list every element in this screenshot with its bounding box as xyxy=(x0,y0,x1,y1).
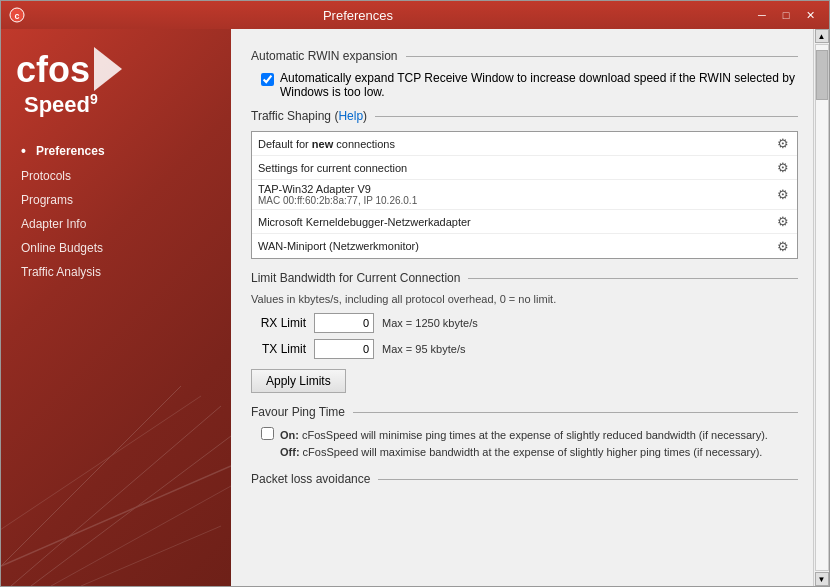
scroll-thumb[interactable] xyxy=(816,50,828,100)
shaping-row-default[interactable]: Default for new connections ⚙ xyxy=(252,132,797,156)
rx-input[interactable] xyxy=(314,313,374,333)
logo-area: cfos Speed9 xyxy=(1,39,231,138)
shaping-header-text: Traffic Shaping (Help) xyxy=(251,109,367,123)
ping-section-header: Favour Ping Time xyxy=(251,405,798,419)
main-panel: Automatic RWIN expansion Automatically e… xyxy=(231,29,813,586)
rwin-checkbox-row: Automatically expand TCP Receive Window … xyxy=(261,71,798,99)
packet-header-line xyxy=(378,479,798,480)
ping-section: Favour Ping Time On: cFosSpeed will mini… xyxy=(251,405,798,460)
shaping-row-kerneldebugger-text: Microsoft Kerneldebugger-Netzwerkadapter xyxy=(258,216,775,228)
window-controls: ─ □ ✕ xyxy=(751,6,821,24)
shaping-row-default-gear-icon[interactable]: ⚙ xyxy=(775,136,791,152)
svg-line-8 xyxy=(81,526,221,586)
sidebar-item-adapter-info[interactable]: Adapter Info xyxy=(1,212,231,236)
shaping-row-kerneldebugger-gear-icon[interactable]: ⚙ xyxy=(775,214,791,230)
logo-speed: Speed9 xyxy=(16,91,216,118)
tx-max: Max = 95 kbyte/s xyxy=(382,343,465,355)
tx-input[interactable] xyxy=(314,339,374,359)
bw-desc: Values in kbytes/s, including all protoc… xyxy=(251,293,798,305)
rwin-section-header: Automatic RWIN expansion xyxy=(251,49,798,63)
shaping-header-line xyxy=(375,116,798,117)
logo-speed-text: Speed xyxy=(24,92,90,117)
shaping-help-link[interactable]: Help xyxy=(338,109,363,123)
shaping-section-header: Traffic Shaping (Help) xyxy=(251,109,798,123)
rx-row: RX Limit Max = 1250 kbyte/s xyxy=(251,313,798,333)
packet-header-text: Packet loss avoidance xyxy=(251,472,370,486)
svg-text:c: c xyxy=(14,11,19,21)
sidebar-item-adapter-info-label: Adapter Info xyxy=(21,217,86,231)
apply-limits-button[interactable]: Apply Limits xyxy=(251,369,346,393)
svg-line-3 xyxy=(31,436,231,586)
main-window: c Preferences ─ □ ✕ cfos Speed9 xyxy=(0,0,830,587)
logo-version: 9 xyxy=(90,91,98,107)
ping-checkbox-row: On: cFosSpeed will minimise ping times a… xyxy=(261,427,798,460)
minimize-button[interactable]: ─ xyxy=(751,6,773,24)
shaping-row-kerneldebugger[interactable]: Microsoft Kerneldebugger-Netzwerkadapter… xyxy=(252,210,797,234)
ping-on-text: cFosSpeed will minimise ping times at th… xyxy=(302,429,768,441)
ping-checkbox[interactable] xyxy=(261,427,274,440)
packet-loss-section: Packet loss avoidance xyxy=(251,472,798,486)
logo-arrow-icon xyxy=(94,47,122,91)
shaping-table: Default for new connections ⚙ Settings f… xyxy=(251,131,798,259)
sidebar-decoration xyxy=(1,386,231,586)
logo: cfos xyxy=(16,49,216,91)
rwin-checkbox-label: Automatically expand TCP Receive Window … xyxy=(280,71,798,99)
sidebar-item-protocols-label: Protocols xyxy=(21,169,71,183)
scroll-up-arrow[interactable]: ▲ xyxy=(815,29,829,43)
ping-text: On: cFosSpeed will minimise ping times a… xyxy=(280,427,768,460)
sidebar-item-programs-label: Programs xyxy=(21,193,73,207)
sidebar-item-protocols[interactable]: Protocols xyxy=(1,164,231,188)
title-bar: c Preferences ─ □ ✕ xyxy=(1,1,829,29)
shaping-row-current-text: Settings for current connection xyxy=(258,162,775,174)
shaping-row-wan-gear-icon[interactable]: ⚙ xyxy=(775,238,791,254)
shaping-row-default-text: Default for new connections xyxy=(258,138,775,150)
sidebar-item-preferences[interactable]: Preferences xyxy=(1,138,231,164)
rwin-header-text: Automatic RWIN expansion xyxy=(251,49,398,63)
logo-cfos-text: cfos xyxy=(16,52,90,88)
svg-line-7 xyxy=(1,396,201,556)
sidebar-item-preferences-label: Preferences xyxy=(36,144,105,158)
sidebar: cfos Speed9 Preferences Protocols Progra… xyxy=(1,29,231,586)
bw-header-text: Limit Bandwidth for Current Connection xyxy=(251,271,460,285)
bw-header-line xyxy=(468,278,798,279)
ping-off-label: Off: xyxy=(280,446,300,458)
shaping-row-wan-text: WAN-Miniport (Netzwerkmonitor) xyxy=(258,240,775,252)
rx-label: RX Limit xyxy=(251,316,306,330)
sidebar-item-online-budgets[interactable]: Online Budgets xyxy=(1,236,231,260)
shaping-row-tap-text: TAP-Win32 Adapter V9 MAC 00:ff:60:2b:8a:… xyxy=(258,183,775,206)
packet-section-header: Packet loss avoidance xyxy=(251,472,798,486)
vertical-scrollbar[interactable]: ▲ ▼ xyxy=(813,29,829,586)
ping-header-line xyxy=(353,412,798,413)
rwin-checkbox[interactable] xyxy=(261,73,274,86)
close-button[interactable]: ✕ xyxy=(799,6,821,24)
shaping-row-current-gear-icon[interactable]: ⚙ xyxy=(775,160,791,176)
scroll-track[interactable] xyxy=(815,44,829,571)
window-title: Preferences xyxy=(25,8,691,23)
shaping-row-tap-gear-icon[interactable]: ⚙ xyxy=(775,187,791,203)
bw-section-header: Limit Bandwidth for Current Connection xyxy=(251,271,798,285)
ping-header-text: Favour Ping Time xyxy=(251,405,345,419)
shaping-row-wan[interactable]: WAN-Miniport (Netzwerkmonitor) ⚙ xyxy=(252,234,797,258)
svg-line-4 xyxy=(1,386,181,586)
nav-menu: Preferences Protocols Programs Adapter I… xyxy=(1,138,231,284)
svg-line-5 xyxy=(1,466,231,566)
sidebar-item-programs[interactable]: Programs xyxy=(1,188,231,212)
shaping-row-current[interactable]: Settings for current connection ⚙ xyxy=(252,156,797,180)
ping-off-text: cFosSpeed will maximise bandwidth at the… xyxy=(303,446,763,458)
svg-line-6 xyxy=(51,486,231,586)
sidebar-item-traffic-analysis[interactable]: Traffic Analysis xyxy=(1,260,231,284)
rx-max: Max = 1250 kbyte/s xyxy=(382,317,478,329)
tx-label: TX Limit xyxy=(251,342,306,356)
svg-line-2 xyxy=(11,406,221,586)
tx-row: TX Limit Max = 95 kbyte/s xyxy=(251,339,798,359)
sidebar-item-traffic-analysis-label: Traffic Analysis xyxy=(21,265,101,279)
shaping-row-tap[interactable]: TAP-Win32 Adapter V9 MAC 00:ff:60:2b:8a:… xyxy=(252,180,797,210)
app-icon: c xyxy=(9,7,25,23)
rwin-header-line xyxy=(406,56,798,57)
sidebar-item-online-budgets-label: Online Budgets xyxy=(21,241,103,255)
shaping-scroll[interactable]: Default for new connections ⚙ Settings f… xyxy=(252,132,797,258)
bandwidth-section: Limit Bandwidth for Current Connection V… xyxy=(251,271,798,393)
ping-on-label: On: xyxy=(280,429,299,441)
restore-button[interactable]: □ xyxy=(775,6,797,24)
scroll-down-arrow[interactable]: ▼ xyxy=(815,572,829,586)
